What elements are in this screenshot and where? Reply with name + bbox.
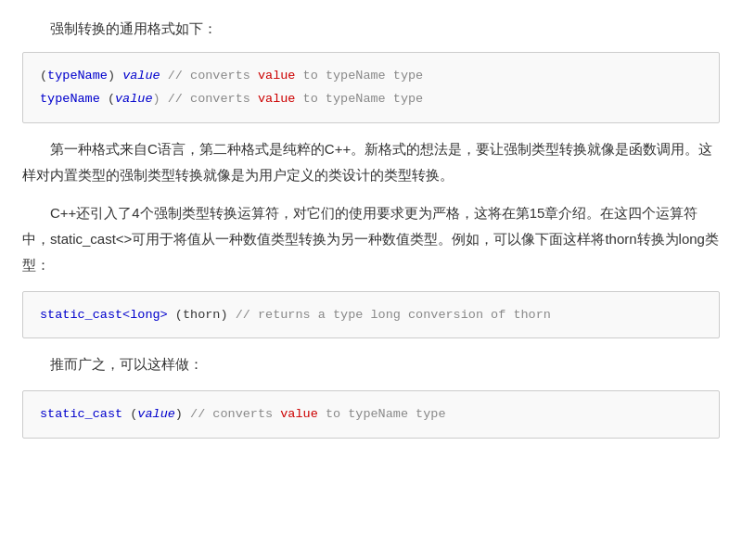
code-paren-open-1: ( <box>40 69 47 83</box>
code-line-2-1: static_cast<long> (thorn) // returns a t… <box>40 303 702 327</box>
code-line-3-1: static_cast (value) // converts value to… <box>40 402 702 426</box>
paragraph-2: C++还引入了4个强制类型转换运算符，对它们的使用要求更为严格，这将在第15章介… <box>22 200 720 277</box>
section-heading: 强制转换的通用格式如下： <box>22 17 720 41</box>
paragraph-1: 第一种格式来自C语言，第二种格式是纯粹的C++。新格式的想法是，要让强制类型转换… <box>22 136 720 188</box>
code-comment-1: // converts <box>160 69 258 83</box>
code-value-2: value <box>115 92 153 106</box>
code-typename-2: typeName <box>40 92 100 106</box>
code-paren-close-2: ) <box>175 407 190 421</box>
code-paren-close-1: ) <box>108 69 122 83</box>
code-to-1: value <box>258 69 296 83</box>
code-block-3: static_cast (value) // converts value to… <box>22 390 720 439</box>
code-static-cast-2: static_cast <box>40 407 122 421</box>
code-typename-1: typeName <box>47 69 108 83</box>
code-line-1-2: typeName (value) // converts value to ty… <box>40 87 702 111</box>
code-comment-2: ) // converts <box>153 92 258 106</box>
code-to-3: value <box>280 407 318 421</box>
code-static-cast-1: static_cast<long> <box>40 308 168 322</box>
code-block-1: (typeName) value // converts value to ty… <box>22 52 720 123</box>
code-comment-3: // returns a type long conversion of tho… <box>236 308 551 322</box>
code-comment-1b: to typeName type <box>295 69 423 83</box>
code-value-1: value <box>122 69 160 83</box>
code-paren-open-2: ( <box>122 407 137 421</box>
code-comment-2b: to typeName type <box>295 92 423 106</box>
code-thorn-1: (thorn) <box>168 308 236 322</box>
code-space-1: ( <box>100 92 115 106</box>
code-line-1-1: (typeName) value // converts value to ty… <box>40 64 702 88</box>
code-comment-4: // converts <box>190 407 280 421</box>
code-value-3: value <box>137 407 175 421</box>
code-comment-4b: to typeName type <box>318 407 446 421</box>
code-block-2: static_cast<long> (thorn) // returns a t… <box>22 291 720 339</box>
code-to-2: value <box>258 92 296 106</box>
paragraph-3: 推而广之，可以这样做： <box>22 351 720 377</box>
